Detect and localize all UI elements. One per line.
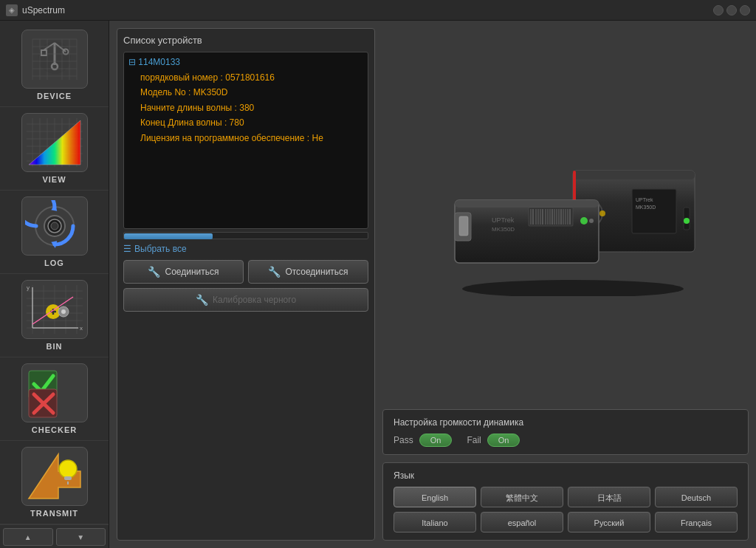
- speaker-row: Pass On Fail On: [394, 434, 738, 447]
- device-list-box: ⊟ 114M0133 порядковый номер : 0571801616…: [123, 52, 368, 229]
- sidebar-checker-label: CHECKER: [32, 425, 77, 434]
- device-scrollbar[interactable]: [123, 232, 368, 239]
- lang-chinese-button[interactable]: 繁體中文: [481, 487, 563, 507]
- bin-icon: y x: [25, 284, 84, 335]
- speaker-pass-item: Pass On: [394, 434, 452, 447]
- device-icon-bg: [21, 30, 88, 89]
- select-all-icon: ☰: [123, 244, 131, 254]
- close-button[interactable]: [740, 5, 750, 16]
- fail-on-button[interactable]: On: [487, 434, 520, 447]
- select-all-row: ☰ Выбрать все: [123, 244, 368, 254]
- device-image: UPTrek MK350D: [425, 134, 706, 296]
- sidebar-item-view[interactable]: VIEW: [0, 107, 109, 191]
- sidebar-transmit-label: TRANSMIT: [30, 509, 78, 518]
- disconnect-icon: 🔧: [268, 266, 281, 278]
- device-icon: [29, 35, 80, 83]
- lang-espanol-button[interactable]: español: [481, 512, 563, 532]
- select-all-text[interactable]: Выбрать все: [134, 244, 187, 254]
- svg-point-80: [599, 210, 605, 216]
- top-content-row: Список устройств ⊟ 114M0133 порядковый н…: [117, 28, 749, 541]
- connect-label: Соединиться: [165, 267, 219, 277]
- device-tree-item-end-wave: Конец Длина волны : 780: [140, 115, 363, 130]
- pass-on-button[interactable]: On: [419, 434, 453, 447]
- calibrate-button[interactable]: 🔧 Калибровка черного: [123, 288, 368, 312]
- sidebar: DEVICE: [0, 21, 109, 548]
- content-area: Список устройств ⊟ 114M0133 порядковый н…: [109, 21, 756, 548]
- titlebar: ◈ uSpectrum: [0, 0, 756, 21]
- minimize-button[interactable]: [713, 5, 724, 16]
- connect-button[interactable]: 🔧 Соединиться: [123, 260, 244, 284]
- svg-rect-90: [529, 208, 573, 226]
- svg-point-89: [589, 219, 594, 223]
- calibrate-icon: 🔧: [196, 294, 208, 306]
- svg-point-59: [61, 309, 66, 314]
- language-panel: Язык English 繁體中文 日本語 Deutsch Italiano e…: [382, 462, 749, 541]
- app-icon: ◈: [6, 4, 18, 16]
- window-controls: [713, 5, 750, 16]
- svg-point-88: [580, 217, 588, 225]
- device-tree-item-model: Модель No : MK350D: [140, 85, 363, 100]
- calibrate-label: Калибровка черного: [213, 295, 296, 305]
- transmit-icon: [25, 451, 84, 502]
- connect-icon: 🔧: [148, 266, 160, 278]
- checker-icon-bg: [21, 363, 88, 422]
- lang-deutsch-button[interactable]: Deutsch: [655, 487, 738, 507]
- device-list-panel: Список устройств ⊟ 114M0133 порядковый н…: [117, 28, 375, 541]
- device-tree-root: ⊟ 114M0133: [128, 57, 363, 67]
- svg-rect-82: [455, 200, 599, 263]
- svg-rect-85: [459, 216, 468, 236]
- disconnect-button[interactable]: 🔧 Отсоединиться: [248, 260, 368, 284]
- lang-russian-button[interactable]: Русский: [568, 512, 650, 532]
- svg-rect-83: [455, 200, 599, 208]
- device-tree-item-serial: порядковый номер : 0571801616: [140, 70, 363, 85]
- device-buttons: 🔧 Соединиться 🔧 Отсоединиться: [123, 260, 368, 284]
- speaker-fail-item: Fail On: [467, 434, 520, 447]
- svg-text:MK350D: MK350D: [636, 205, 656, 210]
- sidebar-item-device[interactable]: DEVICE: [0, 24, 109, 107]
- sidebar-log-label: LOG: [44, 258, 64, 267]
- speaker-panel: Настройка громкости динамика Pass On Fai…: [382, 409, 749, 455]
- svg-text:UPTrek: UPTrek: [636, 197, 653, 202]
- checker-icon: [25, 367, 84, 419]
- fail-label: Fail: [467, 435, 481, 445]
- transmit-icon-bg: [21, 447, 88, 506]
- sidebar-up-button[interactable]: ▲: [3, 528, 53, 546]
- svg-text:x: x: [80, 325, 83, 332]
- lang-italiano-button[interactable]: Italiano: [394, 512, 476, 532]
- calibrate-row: 🔧 Калибровка черного: [123, 288, 368, 312]
- svg-text:UPTrek: UPTrek: [492, 216, 515, 224]
- svg-rect-71: [573, 171, 695, 179]
- view-icon: [25, 117, 84, 168]
- language-title: Язык: [394, 470, 738, 481]
- svg-rect-67: [64, 476, 72, 480]
- disconnect-label: Отсоединиться: [285, 267, 348, 277]
- lang-japanese-button[interactable]: 日本語: [568, 487, 650, 507]
- svg-point-69: [462, 280, 684, 296]
- sidebar-item-bin[interactable]: y x BIN: [0, 274, 109, 357]
- device-panel-title: Список устройств: [123, 35, 368, 46]
- sidebar-item-transmit[interactable]: TRANSMIT: [0, 441, 109, 524]
- right-panel: UPTrek MK350D: [382, 28, 749, 541]
- sidebar-view-label: VIEW: [42, 175, 66, 184]
- svg-text:MK350D: MK350D: [492, 226, 515, 233]
- main-layout: DEVICE: [0, 21, 756, 548]
- device-tree-item-license: Лицензия на программное обеспечение : Не: [140, 131, 363, 145]
- sidebar-device-label: DEVICE: [37, 92, 72, 100]
- device-scrollbar-thumb: [124, 233, 213, 239]
- log-icon: [25, 200, 84, 252]
- view-icon-bg: [21, 113, 88, 172]
- svg-point-66: [59, 460, 77, 478]
- log-icon-bg: [21, 196, 88, 256]
- maximize-button[interactable]: [726, 5, 737, 16]
- sidebar-item-log[interactable]: LOG: [0, 191, 109, 274]
- bin-icon-bg: y x: [21, 280, 88, 339]
- sidebar-bin-label: BIN: [47, 342, 63, 351]
- pass-label: Pass: [394, 435, 413, 445]
- sidebar-item-checker[interactable]: CHECKER: [0, 357, 109, 441]
- lang-francais-button[interactable]: Français: [655, 512, 738, 532]
- sidebar-down-button[interactable]: ▼: [56, 528, 106, 546]
- app-title: uSpectrum: [22, 5, 65, 16]
- lang-english-button[interactable]: English: [394, 487, 476, 507]
- device-tree-item-start-wave: Начните длины волны : 380: [140, 100, 363, 115]
- speaker-title: Настройка громкости динамика: [394, 417, 738, 428]
